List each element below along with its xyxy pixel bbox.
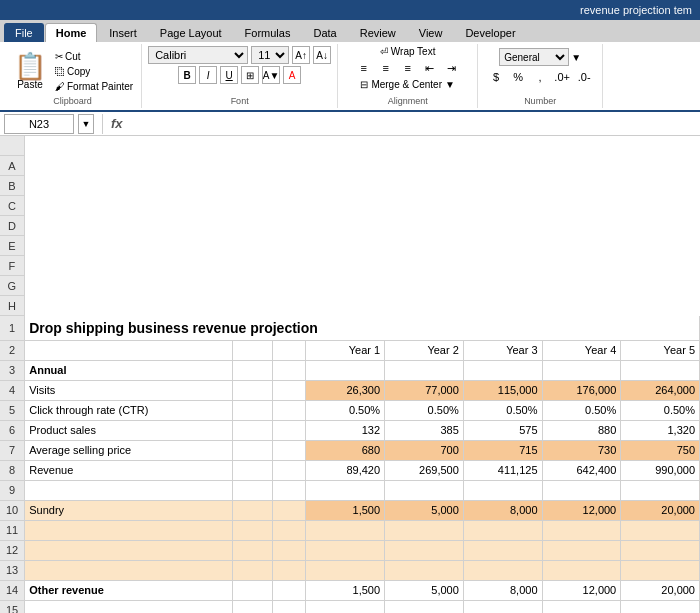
cell-B8[interactable] — [233, 460, 272, 480]
sheet-title[interactable]: Drop shipping business revenue projectio… — [25, 316, 700, 340]
cell-H8[interactable]: 990,000 — [621, 460, 700, 480]
cell-D4[interactable]: 26,300 — [306, 380, 385, 400]
cell-D13[interactable] — [306, 560, 385, 580]
cell-D9[interactable] — [306, 480, 385, 500]
cell-E11[interactable] — [385, 520, 464, 540]
cell-H9[interactable] — [621, 480, 700, 500]
formula-input[interactable] — [127, 118, 696, 130]
cell-F15[interactable] — [463, 600, 542, 613]
cell-B11[interactable] — [233, 520, 272, 540]
cell-D6[interactable]: 132 — [306, 420, 385, 440]
col-header-a[interactable]: A — [0, 156, 25, 176]
cell-B4[interactable] — [233, 380, 272, 400]
cell-G4[interactable]: 176,000 — [542, 380, 621, 400]
cell-B10[interactable] — [233, 500, 272, 520]
cell-F9[interactable] — [463, 480, 542, 500]
fill-color-button[interactable]: A▼ — [262, 66, 280, 84]
font-grow-button[interactable]: A↑ — [292, 46, 310, 64]
tab-formulas[interactable]: Formulas — [234, 23, 302, 42]
cell-D14[interactable]: 1,500 — [306, 580, 385, 600]
cell-H13[interactable] — [621, 560, 700, 580]
format-painter-button[interactable]: 🖌 Format Painter — [53, 80, 135, 93]
cell-A12[interactable] — [25, 540, 233, 560]
cell-C12[interactable] — [272, 540, 306, 560]
border-button[interactable]: ⊞ — [241, 66, 259, 84]
col-header-c[interactable]: C — [0, 196, 25, 216]
cell-C14[interactable] — [272, 580, 306, 600]
cell-F4[interactable]: 115,000 — [463, 380, 542, 400]
tab-developer[interactable]: Developer — [454, 23, 526, 42]
cell-A4[interactable]: Visits — [25, 380, 233, 400]
cell-B6[interactable] — [233, 420, 272, 440]
cell-H11[interactable] — [621, 520, 700, 540]
cell-D7[interactable]: 680 — [306, 440, 385, 460]
cell-G2[interactable]: Year 4 — [542, 340, 621, 360]
cell-C15[interactable] — [272, 600, 306, 613]
cell-C9[interactable] — [272, 480, 306, 500]
cell-D8[interactable]: 89,420 — [306, 460, 385, 480]
cell-H15[interactable] — [621, 600, 700, 613]
merge-center-button[interactable]: ⊟ Merge & Center ▼ — [360, 79, 455, 90]
cell-A7[interactable]: Average selling price — [25, 440, 233, 460]
cell-D15[interactable] — [306, 600, 385, 613]
cell-G13[interactable] — [542, 560, 621, 580]
align-left-button[interactable]: ≡ — [354, 59, 374, 77]
cell-reference-input[interactable] — [4, 114, 74, 134]
cell-F11[interactable] — [463, 520, 542, 540]
cell-C6[interactable] — [272, 420, 306, 440]
cell-A15[interactable] — [25, 600, 233, 613]
col-header-h[interactable]: H — [0, 296, 25, 316]
cell-E8[interactable]: 269,500 — [385, 460, 464, 480]
cell-B12[interactable] — [233, 540, 272, 560]
font-size-select[interactable]: 11 — [251, 46, 289, 64]
cell-E3[interactable] — [385, 360, 464, 380]
increase-decimal-button[interactable]: .0+ — [552, 68, 572, 86]
cell-B3[interactable] — [233, 360, 272, 380]
cell-H14[interactable]: 20,000 — [621, 580, 700, 600]
cell-F13[interactable] — [463, 560, 542, 580]
tab-page-layout[interactable]: Page Layout — [149, 23, 233, 42]
font-name-select[interactable]: Calibri — [148, 46, 248, 64]
cell-F10[interactable]: 8,000 — [463, 500, 542, 520]
cell-H7[interactable]: 750 — [621, 440, 700, 460]
col-header-b[interactable]: B — [0, 176, 25, 196]
cell-B9[interactable] — [233, 480, 272, 500]
increase-indent-button[interactable]: ⇥ — [442, 59, 462, 77]
col-header-g[interactable]: G — [0, 276, 25, 296]
cell-B14[interactable] — [233, 580, 272, 600]
cell-A11[interactable] — [25, 520, 233, 540]
cell-C5[interactable] — [272, 400, 306, 420]
cell-B5[interactable] — [233, 400, 272, 420]
cell-E7[interactable]: 700 — [385, 440, 464, 460]
font-color-button[interactable]: A — [283, 66, 301, 84]
cell-E15[interactable] — [385, 600, 464, 613]
cell-F5[interactable]: 0.50% — [463, 400, 542, 420]
decrease-decimal-button[interactable]: .0- — [574, 68, 594, 86]
cell-F2[interactable]: Year 3 — [463, 340, 542, 360]
underline-button[interactable]: U — [220, 66, 238, 84]
tab-insert[interactable]: Insert — [98, 23, 148, 42]
col-header-d[interactable]: D — [0, 216, 25, 236]
cell-A10[interactable]: Sundry — [25, 500, 233, 520]
percent-button[interactable]: % — [508, 68, 528, 86]
cell-D12[interactable] — [306, 540, 385, 560]
cell-D3[interactable] — [306, 360, 385, 380]
currency-button[interactable]: $ — [486, 68, 506, 86]
cell-E4[interactable]: 77,000 — [385, 380, 464, 400]
cell-C3[interactable] — [272, 360, 306, 380]
cell-G10[interactable]: 12,000 — [542, 500, 621, 520]
tab-file[interactable]: File — [4, 23, 44, 42]
decrease-indent-button[interactable]: ⇤ — [420, 59, 440, 77]
italic-button[interactable]: I — [199, 66, 217, 84]
copy-button[interactable]: ⿻ Copy — [53, 65, 135, 78]
cell-E10[interactable]: 5,000 — [385, 500, 464, 520]
bold-button[interactable]: B — [178, 66, 196, 84]
cell-G14[interactable]: 12,000 — [542, 580, 621, 600]
cell-H6[interactable]: 1,320 — [621, 420, 700, 440]
cell-C8[interactable] — [272, 460, 306, 480]
col-header-f[interactable]: F — [0, 256, 25, 276]
cell-G12[interactable] — [542, 540, 621, 560]
cell-C11[interactable] — [272, 520, 306, 540]
paste-button[interactable]: 📋 Paste — [10, 51, 50, 92]
cell-G6[interactable]: 880 — [542, 420, 621, 440]
